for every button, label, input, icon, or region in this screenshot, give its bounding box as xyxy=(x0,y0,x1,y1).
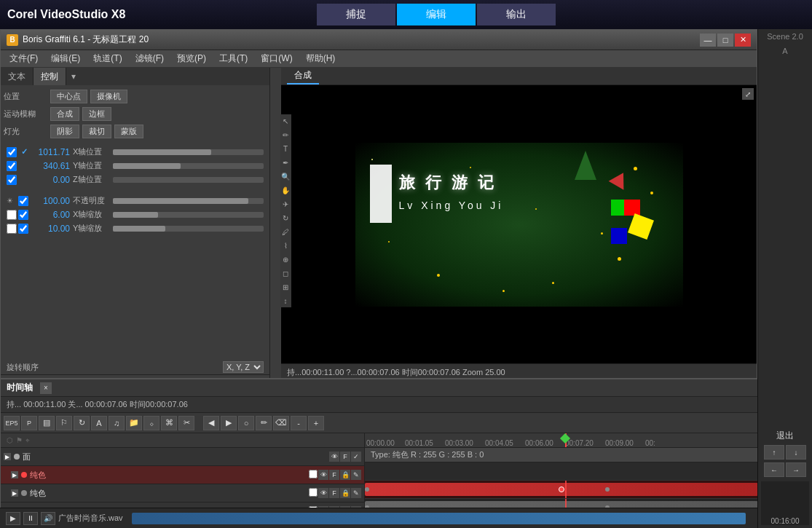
menu-preview[interactable]: 预览(P) xyxy=(171,51,212,66)
move-tool[interactable]: ✈ xyxy=(280,197,291,210)
paint-tool[interactable]: ✒ xyxy=(280,156,291,169)
solid2-edit-icon[interactable]: ✎ xyxy=(351,488,361,498)
tl-ep5-button[interactable]: EP5 xyxy=(4,416,20,430)
face-check-icon[interactable]: ✓ xyxy=(351,452,361,462)
solid1-lock-icon[interactable]: 🔒 xyxy=(340,470,350,480)
bezier-tool[interactable]: ⌇ xyxy=(280,239,291,252)
tl-trim-button[interactable]: ✂ xyxy=(178,416,194,430)
arrow-tool[interactable]: ↕ xyxy=(280,294,291,307)
tab-control[interactable]: 控制 xyxy=(33,68,66,85)
preview-expand-button[interactable]: ⤢ xyxy=(742,88,754,100)
close-button[interactable]: ✕ xyxy=(735,34,751,47)
tab-text[interactable]: 文本 xyxy=(1,68,33,85)
tl-pen-button[interactable]: ✏ xyxy=(256,416,272,430)
node-tool[interactable]: ⊞ xyxy=(280,280,291,293)
x-scale-check[interactable] xyxy=(7,210,17,220)
exit-label[interactable]: 退出 xyxy=(761,430,809,442)
timeline-close-button[interactable]: × xyxy=(40,382,52,394)
composite-tab-label[interactable]: 合成 xyxy=(287,68,319,84)
y-pos-slider[interactable] xyxy=(113,163,264,169)
solid2-lock-icon[interactable]: 🔒 xyxy=(340,488,350,498)
tl-thumb-button[interactable]: ▤ xyxy=(39,416,55,430)
tab-expand-icon[interactable]: ▾ xyxy=(66,68,81,85)
x-pos-check[interactable] xyxy=(7,147,17,157)
solid2-expand[interactable]: ▶ xyxy=(11,489,18,497)
zoom-in-tool[interactable]: ⊕ xyxy=(280,253,291,266)
tl-prev-button[interactable]: ◀ xyxy=(203,416,219,430)
tl-music-button[interactable]: ♫ xyxy=(109,416,125,430)
menu-window[interactable]: 窗口(W) xyxy=(255,51,298,66)
menu-filter[interactable]: 滤镜(F) xyxy=(130,51,170,66)
audio-vol-button[interactable]: 🔊 xyxy=(41,512,55,525)
x-scale-slider[interactable] xyxy=(113,212,264,218)
solid1-eye-icon[interactable]: 👁 xyxy=(318,470,328,480)
tl-split-button[interactable]: ⚐ xyxy=(56,416,72,430)
rs-right-button[interactable]: → xyxy=(786,462,806,477)
solid1-check[interactable] xyxy=(309,470,318,478)
solid1-edit-icon[interactable]: ✎ xyxy=(351,470,361,480)
solid2-F-icon[interactable]: F xyxy=(329,488,339,498)
composite-button[interactable]: 合成 xyxy=(50,107,79,121)
menu-help[interactable]: 帮助(H) xyxy=(300,51,342,66)
shadow-button[interactable]: 阴影 xyxy=(50,125,79,138)
mask-button[interactable]: 蒙版 xyxy=(114,125,143,138)
tl-fx-button[interactable]: ⌘ xyxy=(161,416,177,430)
solid2-check[interactable] xyxy=(309,488,318,497)
audio-pause-button[interactable]: ⏸ xyxy=(23,512,38,525)
tl-rotate-button[interactable]: ↻ xyxy=(74,416,90,430)
tl-erase-button[interactable]: ⌫ xyxy=(273,416,289,430)
z-pos-check[interactable] xyxy=(7,175,17,185)
tl-circle-button[interactable]: ○ xyxy=(238,416,254,430)
tl-folder-button[interactable]: 📁 xyxy=(126,416,142,430)
rotate-tool[interactable]: ↻ xyxy=(280,211,291,224)
tl-clips-button[interactable]: ⬦ xyxy=(143,416,159,430)
solid2-eye-icon[interactable]: 👁 xyxy=(318,488,328,498)
maximize-button[interactable]: □ xyxy=(717,34,733,47)
face-eye-icon[interactable]: 👁 xyxy=(329,452,339,462)
x-pos-slider[interactable] xyxy=(113,149,264,155)
tl-p-button[interactable]: P xyxy=(21,416,37,430)
solid1-expand[interactable]: ▶ xyxy=(11,471,18,478)
track-content-solid1[interactable] xyxy=(365,481,758,499)
tl-zoom-in-button[interactable]: + xyxy=(308,416,324,430)
tab-edit[interactable]: 编辑 xyxy=(397,4,476,25)
rs-left-button[interactable]: ← xyxy=(764,462,784,477)
y-scale-link[interactable] xyxy=(18,224,28,234)
rs-up-button[interactable]: ↑ xyxy=(764,445,784,460)
rs-down-button[interactable]: ↓ xyxy=(786,445,806,460)
opacity-check[interactable] xyxy=(18,196,28,206)
y-scale-check[interactable] xyxy=(7,224,17,234)
hand-tool[interactable]: ✋ xyxy=(280,184,291,197)
tl-zoom-out-button[interactable]: - xyxy=(291,416,307,430)
text-tool[interactable]: T xyxy=(280,142,291,155)
minimize-button[interactable]: — xyxy=(700,34,716,47)
menu-file[interactable]: 文件(F) xyxy=(4,51,44,66)
opacity-slider[interactable] xyxy=(113,198,264,204)
tab-output[interactable]: 输出 xyxy=(477,4,556,25)
y-scale-slider[interactable] xyxy=(113,226,264,232)
tl-next-button[interactable]: ▶ xyxy=(221,416,237,430)
x-scale-link[interactable] xyxy=(18,210,28,220)
select-tool[interactable]: ↖ xyxy=(280,114,291,127)
tab-capture[interactable]: 捕捉 xyxy=(317,4,395,25)
z-pos-slider[interactable] xyxy=(113,177,264,183)
solid1-F-icon[interactable]: F xyxy=(329,470,339,480)
tl-A-button[interactable]: A xyxy=(91,416,107,430)
menu-tools[interactable]: 工具(T) xyxy=(213,51,253,66)
face-expand[interactable]: ▶ xyxy=(4,453,11,460)
rotation-select[interactable]: X, Y, Z X, Z, Y Y, X, Z xyxy=(223,361,264,373)
menu-track[interactable]: 轨道(T) xyxy=(87,51,127,66)
border-button[interactable]: 边框 xyxy=(82,107,111,121)
track-label-face: ▶ 面 👁 F ✓ xyxy=(1,452,364,462)
menu-edit[interactable]: 编辑(E) xyxy=(45,51,86,66)
shape-tool[interactable]: ◻ xyxy=(280,267,291,280)
audio-play-button[interactable]: ▶ xyxy=(6,512,20,525)
zoom-tool[interactable]: 🔍 xyxy=(280,170,291,183)
face-lock-icon[interactable]: F xyxy=(340,452,350,462)
brush-tool[interactable]: ✏ xyxy=(280,128,291,141)
crop-button[interactable]: 裁切 xyxy=(82,125,111,138)
camera-button[interactable]: 摄像机 xyxy=(90,90,127,103)
y-pos-check[interactable] xyxy=(7,161,17,171)
pen-tool[interactable]: 🖊 xyxy=(280,225,291,238)
center-point-button[interactable]: 中心点 xyxy=(50,90,87,103)
